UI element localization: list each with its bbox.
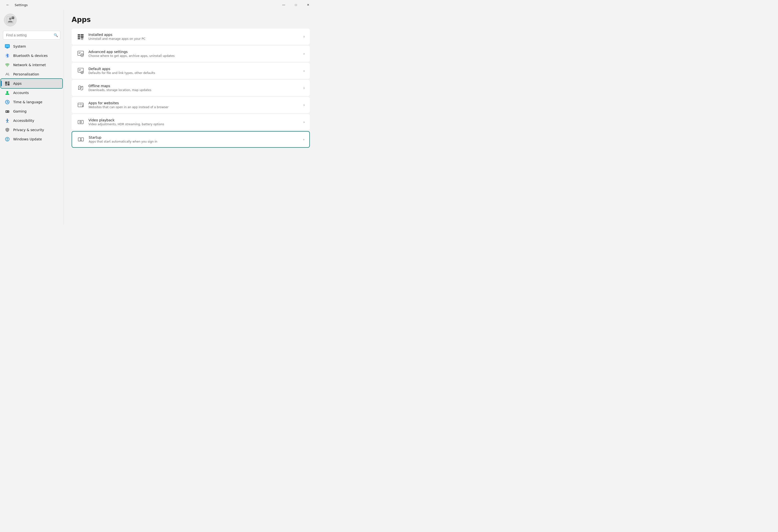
svg-line-10 — [8, 73, 9, 75]
installed-apps-text: Installed apps Uninstall and manage apps… — [88, 33, 303, 40]
svg-rect-5 — [5, 45, 9, 48]
window-title: Settings — [15, 3, 27, 7]
gaming-icon — [5, 109, 10, 114]
offline-maps-chevron: › — [303, 86, 305, 90]
avatar[interactable] — [4, 14, 17, 26]
title-bar-left: ← Settings — [4, 1, 27, 9]
startup-desc: Apps that start automatically when you s… — [89, 140, 303, 143]
video-playback-title: Video playback — [88, 118, 303, 122]
offline-maps-text: Offline maps Downloads, storage location… — [88, 84, 303, 92]
sidebar-item-privacy[interactable]: Privacy & security — [1, 125, 62, 134]
title-bar: ← Settings — □ ✕ — [0, 0, 318, 10]
installed-apps-icon — [77, 33, 85, 40]
settings-item-default-apps[interactable]: Default apps Defaults for file and link … — [72, 63, 310, 79]
video-playback-icon — [77, 118, 85, 126]
settings-item-startup[interactable]: Startup Apps that start automatically wh… — [72, 131, 310, 148]
sidebar-item-bluetooth-label: Bluetooth & devices — [13, 54, 48, 58]
close-button[interactable]: ✕ — [303, 1, 314, 9]
startup-text: Startup Apps that start automatically wh… — [89, 136, 303, 143]
settings-list: Installed apps Uninstall and manage apps… — [72, 28, 310, 148]
sidebar-item-accounts[interactable]: Accounts — [1, 88, 62, 97]
accounts-icon — [5, 90, 10, 95]
svg-rect-32 — [78, 36, 80, 37]
back-button[interactable]: ← — [4, 1, 12, 9]
default-apps-text: Default apps Defaults for file and link … — [88, 67, 303, 75]
svg-rect-11 — [5, 82, 7, 84]
network-icon — [5, 63, 10, 67]
system-icon — [5, 44, 10, 49]
advanced-app-settings-title: Advanced app settings — [88, 50, 303, 54]
default-apps-desc: Defaults for file and link types, other … — [88, 71, 303, 75]
svg-rect-34 — [81, 34, 84, 36]
sidebar-item-accounts-label: Accounts — [13, 91, 29, 95]
settings-item-apps-for-websites[interactable]: Apps for websites Websites that can open… — [72, 97, 310, 113]
sidebar-item-network-label: Network & internet — [13, 63, 46, 67]
settings-item-installed-apps[interactable]: Installed apps Uninstall and manage apps… — [72, 28, 310, 45]
search-container: 🔍 — [0, 31, 63, 41]
advanced-app-settings-desc: Choose where to get apps, archive apps, … — [88, 54, 303, 58]
svg-rect-14 — [5, 84, 7, 85]
settings-item-video-playback[interactable]: Video playback Video adjustments, HDR st… — [72, 114, 310, 130]
content-area: Apps Installed a — [64, 10, 318, 225]
advanced-app-settings-text: Advanced app settings Choose where to ge… — [88, 50, 303, 58]
installed-apps-desc: Uninstall and manage apps on your PC — [88, 37, 303, 40]
installed-apps-title: Installed apps — [88, 33, 303, 36]
default-apps-chevron: › — [303, 69, 305, 73]
sidebar-item-system-label: System — [13, 45, 26, 48]
sidebar-item-update-label: Windows Update — [13, 137, 42, 141]
default-apps-title: Default apps — [88, 67, 303, 71]
svg-rect-33 — [78, 38, 80, 39]
startup-icon — [77, 136, 85, 143]
time-icon — [5, 100, 10, 104]
video-playback-text: Video playback Video adjustments, HDR st… — [88, 118, 303, 126]
svg-point-46 — [81, 71, 83, 74]
advanced-app-settings-chevron: › — [303, 52, 305, 56]
svg-line-28 — [7, 121, 8, 122]
svg-point-23 — [8, 111, 9, 112]
sidebar-item-bluetooth[interactable]: Bluetooth & devices — [1, 51, 62, 60]
svg-point-15 — [6, 91, 8, 93]
svg-rect-35 — [81, 36, 84, 37]
sidebar-item-apps-label: Apps — [13, 82, 22, 85]
accessibility-icon — [5, 118, 10, 123]
svg-point-22 — [8, 111, 8, 111]
maximize-button[interactable]: □ — [290, 1, 302, 9]
personalisation-icon — [5, 72, 10, 77]
offline-maps-icon — [77, 84, 85, 92]
apps-for-websites-desc: Websites that can open in an app instead… — [88, 105, 303, 109]
sidebar-item-system[interactable]: System — [1, 42, 62, 51]
sidebar-item-network[interactable]: Network & internet — [1, 61, 62, 69]
offline-maps-desc: Downloads, storage location, map updates — [88, 88, 303, 92]
svg-point-49 — [80, 87, 81, 88]
startup-chevron: › — [303, 138, 304, 141]
window-controls: — □ ✕ — [278, 1, 314, 9]
svg-point-54 — [80, 122, 81, 122]
video-playback-desc: Video adjustments, HDR streaming, batter… — [88, 122, 303, 126]
sidebar-item-accessibility[interactable]: Accessibility — [1, 116, 62, 125]
sidebar-item-personalisation[interactable]: Personalisation — [1, 70, 62, 79]
settings-item-offline-maps[interactable]: Offline maps Downloads, storage location… — [72, 80, 310, 96]
offline-maps-title: Offline maps — [88, 84, 303, 88]
sidebar-item-apps[interactable]: Apps — [1, 79, 62, 88]
svg-point-8 — [7, 66, 8, 67]
svg-rect-13 — [8, 83, 9, 85]
default-apps-icon — [77, 67, 85, 75]
bluetooth-icon — [5, 53, 10, 58]
avatar-section — [0, 12, 63, 30]
sidebar-item-time-label: Time & language — [13, 100, 42, 104]
settings-item-advanced-app-settings[interactable]: Advanced app settings Choose where to ge… — [72, 46, 310, 62]
privacy-icon — [5, 127, 10, 132]
sidebar-item-update[interactable]: Windows Update — [1, 135, 62, 144]
sidebar-item-personalisation-label: Personalisation — [13, 72, 39, 76]
sidebar-item-gaming[interactable]: Gaming — [1, 107, 62, 116]
search-input[interactable] — [3, 31, 60, 39]
installed-apps-chevron: › — [303, 35, 305, 38]
minimize-button[interactable]: — — [278, 1, 289, 9]
search-wrapper: 🔍 — [3, 31, 60, 39]
svg-rect-2 — [12, 17, 14, 19]
sidebar-item-time[interactable]: Time & language — [1, 98, 62, 106]
apps-highlight-wrapper: Apps ► — [1, 79, 62, 88]
sidebar-item-accessibility-label: Accessibility — [13, 119, 34, 122]
sidebar-item-privacy-label: Privacy & security — [13, 128, 44, 132]
apps-for-websites-title: Apps for websites — [88, 101, 303, 105]
